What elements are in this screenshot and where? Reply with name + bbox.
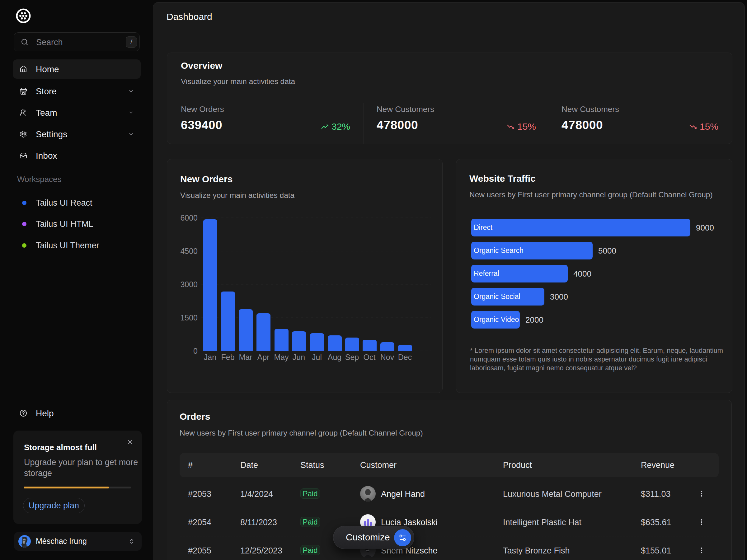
svg-text:Organic Video: Organic Video	[474, 316, 519, 324]
svg-text:Feb: Feb	[221, 353, 234, 362]
svg-text:Apr: Apr	[257, 353, 269, 362]
svg-text:5000: 5000	[598, 246, 616, 256]
svg-text:3000: 3000	[550, 292, 568, 301]
svg-text:6000: 6000	[180, 213, 198, 222]
svg-text:Oct: Oct	[364, 353, 376, 362]
svg-text:Nov: Nov	[380, 353, 394, 362]
svg-text:May: May	[274, 353, 289, 362]
svg-text:Aug: Aug	[328, 353, 341, 362]
svg-text:0: 0	[193, 347, 198, 355]
svg-text:3000: 3000	[180, 280, 198, 289]
svg-text:Jul: Jul	[312, 353, 322, 362]
svg-text:Mar: Mar	[239, 353, 252, 362]
svg-text:Referral: Referral	[474, 269, 499, 277]
svg-text:Organic Search: Organic Search	[474, 246, 523, 255]
svg-text:Direct: Direct	[474, 223, 493, 232]
svg-text:1500: 1500	[180, 313, 198, 322]
svg-text:2000: 2000	[525, 315, 543, 324]
svg-text:Organic Social: Organic Social	[474, 292, 520, 300]
svg-text:4000: 4000	[573, 269, 591, 278]
svg-text:Dec: Dec	[398, 353, 412, 362]
svg-text:Sep: Sep	[345, 353, 359, 362]
svg-text:9000: 9000	[696, 223, 714, 232]
svg-text:4500: 4500	[180, 247, 198, 256]
svg-text:Jan: Jan	[204, 353, 216, 362]
svg-text:Jun: Jun	[292, 353, 305, 362]
